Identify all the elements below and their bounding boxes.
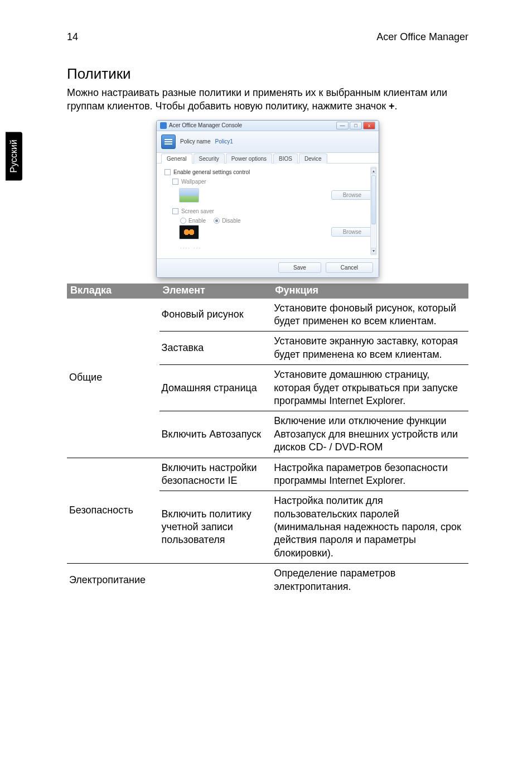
policy-window: Acer Office Manager Console — □ x Policy… — [156, 120, 379, 278]
cell-element: Включить Автозапуск — [159, 411, 272, 458]
window-close-button[interactable]: x — [363, 122, 375, 129]
table-row: Электропитание Определение параметров эл… — [67, 564, 468, 597]
cell-tab: Электропитание — [67, 564, 159, 597]
window-minimize-button[interactable]: — — [336, 122, 349, 129]
screensaver-thumbnail — [179, 225, 199, 239]
screensaver-enable-radio[interactable] — [180, 218, 186, 224]
cell-element: Фоновый рисунок — [159, 299, 272, 331]
wallpaper-label: Wallpaper — [181, 179, 206, 185]
table-row: Безопасность Включить настройки безопасн… — [67, 458, 468, 491]
cell-function: Настройка политик для пользовательских п… — [272, 491, 468, 564]
intro-text-end: . — [395, 100, 398, 112]
cell-element: Включить политику учетной записи пользов… — [159, 491, 272, 564]
page-number: 14 — [67, 31, 78, 43]
cell-element: Включить настройки безопасности IE — [159, 458, 272, 491]
app-icon — [160, 122, 167, 129]
wallpaper-checkbox[interactable] — [172, 179, 178, 185]
policy-name-value[interactable]: Policy1 — [215, 138, 233, 145]
save-button[interactable]: Save — [278, 262, 321, 273]
screensaver-label: Screen saver — [181, 208, 214, 214]
cell-function: Установите домашнюю страницу, которая бу… — [272, 365, 468, 411]
section-heading: Политики — [67, 65, 468, 83]
cell-tab: Безопасность — [67, 458, 159, 564]
scroll-down-icon[interactable]: ▾ — [371, 248, 376, 254]
policy-name-label: Policy name — [180, 138, 210, 145]
cell-element: Домашняя страница — [159, 365, 272, 411]
screensaver-browse-button[interactable]: Browse — [331, 227, 373, 237]
tab-bar: General Security Power options BIOS Devi… — [157, 153, 379, 164]
window-titlebar: Acer Office Manager Console — □ x — [157, 121, 379, 131]
cell-function: Установите экранную заставку, которая бу… — [272, 331, 468, 365]
tab-security[interactable]: Security — [194, 153, 225, 164]
cell-element — [159, 564, 272, 597]
cell-function: Включение или отключение функции Автозап… — [272, 411, 468, 458]
enable-radio-label: Enable — [188, 218, 206, 224]
col-header-tab: Вкладка — [67, 284, 159, 299]
document-title: Acer Office Manager — [376, 31, 468, 43]
cell-function: Настройка параметров безопасности програ… — [272, 458, 468, 491]
cancel-button[interactable]: Cancel — [326, 262, 373, 273]
screensaver-checkbox[interactable] — [172, 208, 178, 214]
cell-function: Установите фоновый рисунок, который буде… — [272, 299, 468, 331]
tab-device[interactable]: Device — [299, 153, 327, 164]
wallpaper-browse-button[interactable]: Browse — [331, 190, 373, 200]
policy-icon — [161, 134, 176, 149]
cell-tab: Общие — [67, 299, 159, 458]
col-header-function: Функция — [272, 284, 468, 299]
tab-bios[interactable]: BIOS — [273, 153, 298, 164]
scroll-up-icon[interactable]: ▴ — [371, 168, 376, 174]
page-header: 14 Acer Office Manager — [67, 31, 468, 43]
dialog-footer: Save Cancel — [157, 258, 379, 277]
cell-function: Определение параметров электропитания. — [272, 564, 468, 597]
truncated-indicator: ···· ··· — [180, 245, 373, 251]
table-row: Общие Фоновый рисунок Установите фоновый… — [67, 299, 468, 331]
disable-radio-label: Disable — [222, 218, 240, 224]
enable-general-label: Enable general settings control — [173, 169, 250, 175]
policy-table: Вкладка Элемент Функция Общие Фоновый ри… — [67, 284, 468, 597]
window-title-text: Acer Office Manager Console — [169, 122, 242, 128]
wallpaper-thumbnail — [179, 188, 199, 203]
screensaver-disable-radio[interactable] — [214, 218, 220, 224]
enable-general-checkbox[interactable] — [165, 169, 171, 175]
tab-power-options[interactable]: Power options — [226, 153, 272, 164]
col-header-element: Элемент — [159, 284, 272, 299]
tab-panel-general: ▴ ▾ Enable general settings control Wall… — [157, 164, 379, 258]
language-tab: Русский — [6, 132, 22, 180]
window-maximize-button[interactable]: □ — [350, 122, 362, 129]
cell-element: Заставка — [159, 331, 272, 365]
tab-general[interactable]: General — [161, 153, 192, 164]
scrollbar[interactable]: ▴ ▾ — [370, 167, 377, 255]
intro-paragraph: Можно настраивать разные политики и прим… — [67, 86, 468, 113]
scroll-thumb[interactable] — [371, 175, 376, 224]
policy-strip: Policy name Policy1 — [157, 131, 379, 153]
plus-symbol: + — [389, 100, 395, 112]
